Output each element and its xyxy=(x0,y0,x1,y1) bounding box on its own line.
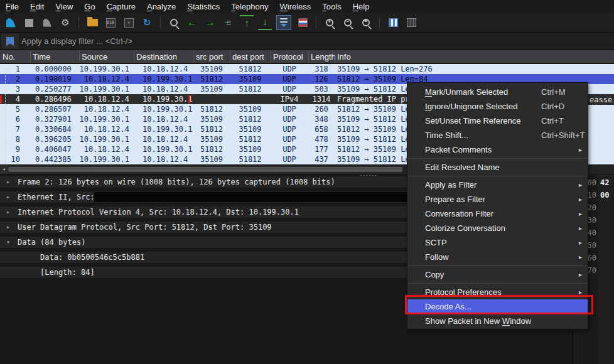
redacted-mac-address xyxy=(94,192,439,202)
ctx-mark-unmark[interactable]: Mark/Unmark SelectedCtrl+M xyxy=(407,85,588,99)
reload-icon[interactable]: ↻ xyxy=(140,15,154,30)
number-grid-icon[interactable] xyxy=(404,15,418,30)
ctx-follow[interactable]: Follow▸ xyxy=(407,250,588,264)
restart-capture-icon[interactable] xyxy=(40,15,54,30)
ctx-time-reference[interactable]: Set/Unset Time ReferenceCtrl+T xyxy=(407,114,588,128)
submenu-arrow-icon: ▸ xyxy=(579,178,582,192)
zoom-out-icon[interactable]: − xyxy=(341,15,355,30)
toolbar-separator xyxy=(316,16,316,29)
hscroll-thumb[interactable] xyxy=(8,167,402,172)
resize-columns-icon[interactable] xyxy=(386,15,400,30)
related-packet-bracket xyxy=(5,69,9,70)
menu-separator xyxy=(408,283,587,284)
menu-view[interactable]: View xyxy=(50,0,78,13)
expander-expanded-icon[interactable]: ▾ xyxy=(6,237,10,248)
menu-help[interactable]: Help xyxy=(347,0,375,13)
display-filter-bar: Apply a display filter ... <Ctrl-/> xyxy=(0,33,614,50)
main-toolbar: ⚙ 010 × ↻ ← → ≡→ ↑ ↓ + − = xyxy=(0,13,614,33)
go-last-packet-icon[interactable]: ↓ xyxy=(258,15,272,30)
filter-bookmark-button[interactable] xyxy=(1,34,19,49)
submenu-arrow-icon: ▸ xyxy=(579,235,582,250)
menu-separator xyxy=(408,158,587,159)
zoom-in-icon[interactable]: + xyxy=(323,15,337,30)
col-header-length[interactable]: Length xyxy=(311,50,336,64)
ctx-colorize-conversation[interactable]: Colorize Conversation▸ xyxy=(407,221,588,235)
ctx-prepare-as-filter[interactable]: Prepare as Filter▸ xyxy=(407,192,588,206)
ctx-sctp[interactable]: SCTP▸ xyxy=(407,235,588,250)
bookmark-icon xyxy=(6,37,14,46)
display-filter-input[interactable]: Apply a display filter ... <Ctrl-/> xyxy=(21,33,614,50)
expander-collapsed-icon[interactable]: ▸ xyxy=(6,222,10,233)
menu-separator xyxy=(408,176,587,176)
ctx-edit-resolved-name[interactable]: Edit Resolved Name xyxy=(407,160,588,174)
submenu-arrow-icon: ▸ xyxy=(579,192,582,206)
save-file-icon[interactable]: 010 xyxy=(104,15,117,30)
ctx-show-packet-new-window[interactable]: Show Packet in New Window xyxy=(407,314,588,328)
ctx-time-shift[interactable]: Time Shift...Ctrl+Shift+T xyxy=(407,128,588,142)
ctx-conversation-filter[interactable]: Conversation Filter▸ xyxy=(407,206,588,221)
go-back-icon[interactable]: ← xyxy=(185,15,199,30)
col-header-info[interactable]: Info xyxy=(337,50,351,64)
row-4-red-mark-right xyxy=(188,95,190,104)
colorize-packets-icon[interactable] xyxy=(296,15,310,30)
menu-file[interactable]: File xyxy=(0,0,24,13)
toolbar-separator xyxy=(78,16,79,29)
col-header-destport[interactable]: dest port xyxy=(232,50,264,64)
ctx-copy[interactable]: Copy▸ xyxy=(407,267,588,282)
packet-context-menu: Mark/Unmark SelectedCtrl+M Ignore/Unigno… xyxy=(407,82,588,329)
row-4-info-fragment: easse.. xyxy=(588,95,614,105)
auto-scroll-toggle-icon[interactable] xyxy=(276,15,291,30)
toolbar-separator xyxy=(379,16,380,29)
col-header-no[interactable]: No. xyxy=(3,50,15,64)
menu-analyze[interactable]: Analyze xyxy=(141,0,181,13)
menu-tools[interactable]: Tools xyxy=(316,0,347,13)
go-forward-icon[interactable]: → xyxy=(203,15,217,30)
open-file-folder-icon[interactable] xyxy=(85,15,99,30)
col-header-dest[interactable]: Destination xyxy=(136,50,177,64)
ctx-apply-as-filter[interactable]: Apply as Filter▸ xyxy=(407,178,588,192)
submenu-arrow-icon: ▸ xyxy=(579,206,582,221)
expander-collapsed-icon[interactable]: ▸ xyxy=(6,176,10,188)
hscroll-left-arrow[interactable]: ◂ xyxy=(0,165,8,174)
expander-collapsed-icon[interactable]: ▸ xyxy=(6,206,10,218)
start-capture-icon[interactable] xyxy=(4,15,18,30)
find-packet-icon[interactable] xyxy=(167,15,181,30)
menu-statistics[interactable]: Statistics xyxy=(181,0,225,13)
stop-capture-icon[interactable] xyxy=(22,15,36,30)
menu-wireless[interactable]: Wireless xyxy=(274,0,317,13)
menu-edit[interactable]: Edit xyxy=(24,0,50,13)
menu-separator xyxy=(408,265,587,266)
expander-collapsed-icon[interactable]: ▸ xyxy=(6,191,10,203)
annotation-red-box xyxy=(405,295,593,314)
wireshark-window: File Edit View Go Capture Analyze Statis… xyxy=(0,0,614,364)
ctx-packet-comments[interactable]: Packet Comments▸ xyxy=(407,142,588,157)
row-4-red-mark-left xyxy=(0,95,2,104)
col-header-srcport[interactable]: src port xyxy=(196,50,223,64)
packet-list-header: No. Time Source Destination src port des… xyxy=(0,50,614,64)
submenu-arrow-icon: ▸ xyxy=(579,142,582,157)
go-first-packet-icon[interactable]: ↑ xyxy=(240,15,254,30)
menu-go[interactable]: Go xyxy=(78,0,100,13)
packet-row-1[interactable]: 10.00000010.199.30.110.18.12.43510951812… xyxy=(0,64,614,74)
close-file-icon[interactable]: × xyxy=(122,15,136,30)
menu-bar: File Edit View Go Capture Analyze Statis… xyxy=(0,0,614,13)
ctx-ignore-unignore[interactable]: Ignore/Unignore SelectedCtrl+D xyxy=(407,99,588,114)
pane-splitter-handle[interactable]: ······ xyxy=(360,172,377,178)
menu-capture[interactable]: Capture xyxy=(101,0,141,13)
toolbar-separator xyxy=(160,16,161,29)
zoom-reset-icon[interactable]: = xyxy=(359,15,373,30)
col-header-protocol[interactable]: Protocol xyxy=(273,50,303,64)
submenu-arrow-icon: ▸ xyxy=(579,221,582,235)
submenu-arrow-icon: ▸ xyxy=(579,250,582,264)
col-header-source[interactable]: Source xyxy=(82,50,107,64)
capture-options-gear-icon[interactable]: ⚙ xyxy=(58,15,72,30)
related-packet-dashed-line xyxy=(5,69,6,164)
go-to-packet-icon[interactable]: ≡→ xyxy=(222,15,235,30)
col-header-time[interactable]: Time xyxy=(33,50,50,64)
submenu-arrow-icon: ▸ xyxy=(579,267,582,282)
menu-telephony[interactable]: Telephony xyxy=(225,0,274,13)
